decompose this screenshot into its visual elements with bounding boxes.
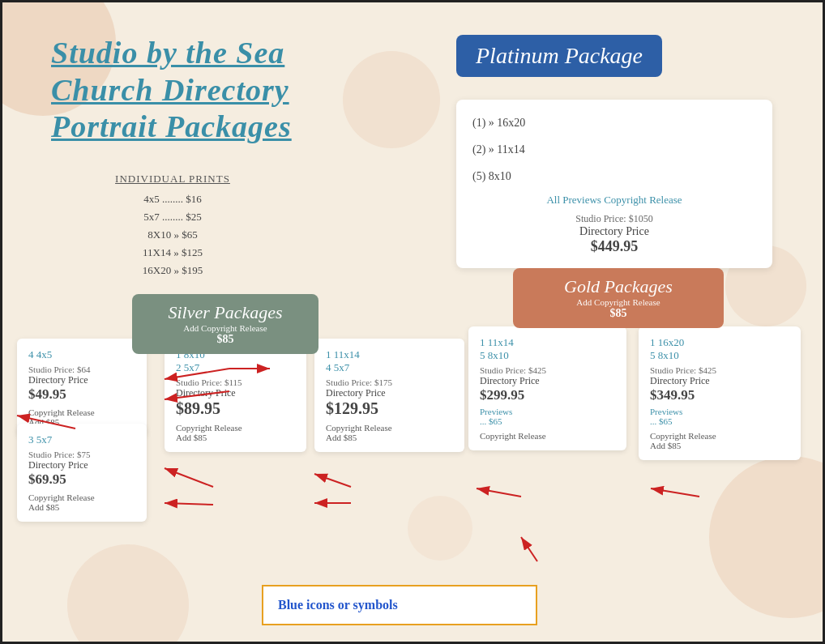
platinum-item-3: (5) 8x10	[472, 166, 756, 186]
gold-badge-title: Gold Packages	[526, 276, 711, 297]
s3-studio: Studio Price: $75	[28, 450, 135, 459]
silver-badge-sub: Add Copyright Release	[145, 323, 306, 333]
gold-badge-price: $85	[526, 307, 711, 320]
gold-badge-sub: Add Copyright Release	[526, 297, 711, 307]
silver-card-2: 1 8x10 2 5x7 Studio Price: $115 Director…	[165, 339, 306, 452]
gold-card-2: 1 16x20 5 8x10 Studio Price: $425 Direct…	[639, 326, 801, 460]
silver-card-3: 3 5x7 Studio Price: $75 Directory Price …	[17, 424, 147, 522]
s4-dir-label: Directory Price	[326, 387, 453, 399]
s4-title: 1 11x14 4 5x7	[326, 348, 453, 374]
print-price-4: 11X14 » $125	[67, 244, 278, 262]
silver-badge-price: $85	[145, 333, 306, 346]
platinum-item-1: (1) » 16x20	[472, 113, 756, 133]
s3-dir-label: Directory Price	[28, 459, 135, 471]
s1-title: 4 4x5	[28, 348, 135, 361]
g1-previews: Previews ... $65	[480, 407, 615, 426]
s3-copyright: Copyright Release Add $85	[28, 493, 135, 512]
platinum-highlight: All Previews Copyright Release	[472, 194, 756, 207]
g2-dir-label: Directory Price	[650, 375, 789, 387]
silver-card-1: 4 4x5 Studio Price: $64 Directory Price …	[17, 339, 147, 437]
annotation-box: Blue icons or symbols	[262, 585, 537, 625]
print-price-2: 5x7 ........ $25	[67, 208, 278, 226]
title-line2: Church Directory	[51, 72, 391, 109]
s2-studio: Studio Price: $115	[176, 377, 295, 387]
platinum-badge: Platinum Package	[456, 35, 662, 77]
silver-badge-title: Silver Packages	[145, 302, 306, 323]
s4-dir-price: $129.95	[326, 399, 453, 418]
svg-line-11	[651, 488, 699, 497]
g1-copyright: Copyright Release	[480, 431, 615, 441]
s3-title: 3 5x7	[28, 433, 135, 446]
s1-dir-label: Directory Price	[28, 374, 135, 386]
svg-line-9	[477, 488, 521, 497]
silver-card-4: 1 11x14 4 5x7 Studio Price: $175 Directo…	[314, 339, 464, 452]
deco-circle-6	[408, 496, 472, 561]
g2-title: 1 16x20 5 8x10	[650, 336, 789, 362]
print-price-5: 16X20 » $195	[67, 262, 278, 279]
svg-line-6	[165, 503, 213, 505]
s2-dir-price: $89.95	[176, 399, 295, 418]
individual-prints-header: INDIVIDUAL PRINTS	[67, 173, 278, 186]
g2-dir-price: $349.95	[650, 387, 789, 403]
title-line3: Portrait Packages	[51, 109, 391, 146]
deco-circle-3	[709, 456, 825, 618]
platinum-studio-price: Studio Price: $1050	[472, 213, 756, 225]
g1-studio: Studio Price: $425	[480, 365, 615, 375]
s4-copyright: Copyright Release Add $85	[326, 423, 453, 442]
title-line1: Studio by the Sea	[51, 35, 391, 72]
svg-line-5	[165, 468, 213, 487]
g2-previews: Previews ... $65	[650, 407, 789, 426]
platinum-dir-label: Directory Price	[472, 225, 756, 238]
g2-studio: Studio Price: $425	[650, 365, 789, 375]
g1-title: 1 11x14 5 8x10	[480, 336, 615, 362]
s3-dir-price: $69.95	[28, 471, 135, 488]
annotation-text: Blue icons or symbols	[278, 598, 398, 612]
g2-copyright: Copyright Release Add $85	[650, 431, 789, 450]
s2-copyright: Copyright Release Add $85	[176, 423, 295, 442]
print-price-1: 4x5 ........ $16	[67, 190, 278, 208]
g1-dir-price: $299.95	[480, 387, 615, 403]
platinum-item-2: (2) » 11x14	[472, 139, 756, 160]
gold-card-1: 1 11x14 5 8x10 Studio Price: $425 Direct…	[468, 326, 626, 450]
s4-studio: Studio Price: $175	[326, 377, 453, 387]
platinum-content-card: (1) » 16x20 (2) » 11x14 (5) 8x10 All Pre…	[456, 100, 772, 268]
print-price-3: 8X10 » $65	[67, 226, 278, 244]
title-block: Studio by the Sea Church Directory Portr…	[51, 35, 391, 146]
g1-dir-label: Directory Price	[480, 375, 615, 387]
svg-line-10	[521, 537, 537, 561]
svg-line-7	[314, 474, 351, 487]
s1-dir-price: $49.95	[28, 386, 135, 403]
s2-dir-label: Directory Price	[176, 387, 295, 399]
silver-badge: Silver Packages Add Copyright Release $8…	[132, 294, 318, 354]
s1-studio: Studio Price: $64	[28, 365, 135, 374]
individual-prints-section: INDIVIDUAL PRINTS 4x5 ........ $16 5x7 .…	[67, 173, 278, 279]
platinum-dir-price: $449.95	[472, 238, 756, 255]
gold-badge: Gold Packages Add Copyright Release $85	[513, 268, 724, 328]
deco-circle-5	[67, 544, 189, 644]
